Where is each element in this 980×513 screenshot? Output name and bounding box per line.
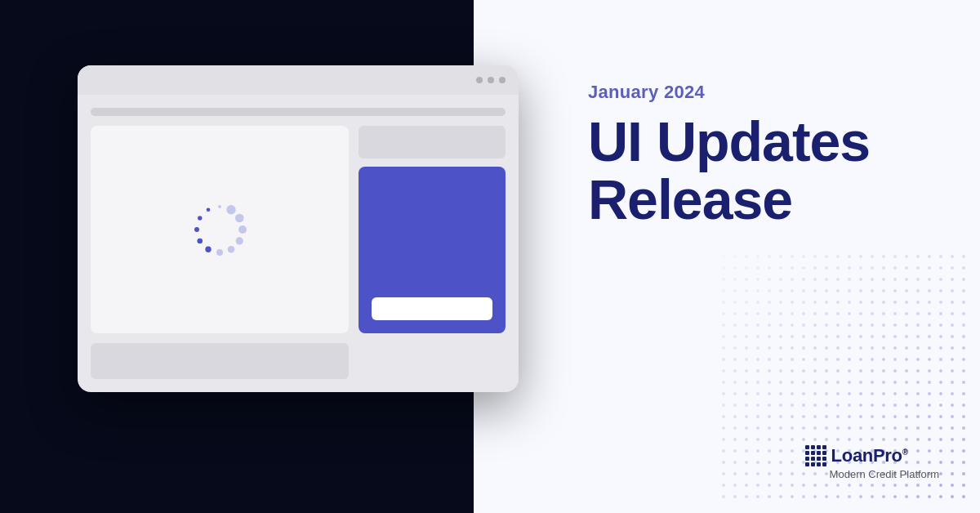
main-title: UI Updates Release (588, 113, 870, 230)
loanpro-wordmark: LoanPro (831, 445, 902, 466)
sidebar-card (359, 167, 506, 333)
browser-titlebar (78, 65, 519, 95)
browser-sidebar (359, 126, 506, 333)
browser-main-content (91, 126, 349, 333)
right-text-content: January 2024 UI Updates Release (588, 82, 870, 230)
svg-point-2 (235, 214, 244, 223)
title-line1: UI Updates (588, 110, 870, 172)
logo-grid-dot (822, 462, 826, 466)
svg-point-5 (228, 246, 235, 253)
browser-topbar-bar (91, 108, 506, 116)
right-panel: // Generated dots January 2024 UI Update… (474, 0, 980, 513)
logo-grid-dot (811, 462, 815, 466)
logo-grid-dot (805, 451, 809, 455)
logo-grid-dot (817, 451, 821, 455)
browser-bottom-bar (91, 343, 349, 379)
svg-point-1 (226, 205, 235, 214)
svg-point-4 (236, 237, 243, 244)
logo-grid-dot (817, 445, 821, 449)
browser-window-dots (476, 77, 506, 83)
title-line2: Release (588, 168, 792, 230)
svg-point-10 (198, 216, 202, 220)
logo-grid-dot (822, 457, 826, 461)
loanpro-name-row: LoanPro® (805, 445, 908, 466)
svg-point-3 (238, 225, 247, 234)
date-subtitle: January 2024 (588, 82, 870, 103)
svg-point-7 (205, 247, 211, 252)
svg-point-8 (197, 239, 203, 244)
logo-grid-dot (822, 445, 826, 449)
registered-mark: ® (902, 448, 908, 457)
logo-grid-dot (817, 457, 821, 461)
logo-grid-dot (822, 451, 826, 455)
logo-grid-dot (811, 445, 815, 449)
loanpro-grid-icon (805, 445, 826, 466)
svg-point-0 (218, 205, 221, 208)
logo-grid-dot (811, 451, 815, 455)
logo-grid-dot (805, 457, 809, 461)
loading-spinner (187, 197, 252, 262)
loanpro-logo: LoanPro® Modern Credit Platform (805, 445, 939, 480)
sidebar-button (372, 297, 492, 320)
logo-grid-dot (817, 462, 821, 466)
svg-point-6 (216, 249, 223, 256)
svg-point-11 (207, 207, 211, 212)
browser-window-mockup (78, 65, 519, 392)
browser-content-area (78, 95, 519, 392)
loanpro-tagline: Modern Credit Platform (830, 468, 939, 480)
dot-3 (499, 77, 506, 83)
dot-1 (476, 77, 483, 83)
logo-grid-dot (805, 445, 809, 449)
svg-point-9 (194, 227, 199, 232)
loanpro-name-text: LoanPro® (831, 445, 908, 466)
dot-2 (488, 77, 494, 83)
logo-grid-dot (811, 457, 815, 461)
sidebar-top-bar (359, 126, 506, 158)
logo-grid-dot (805, 462, 809, 466)
